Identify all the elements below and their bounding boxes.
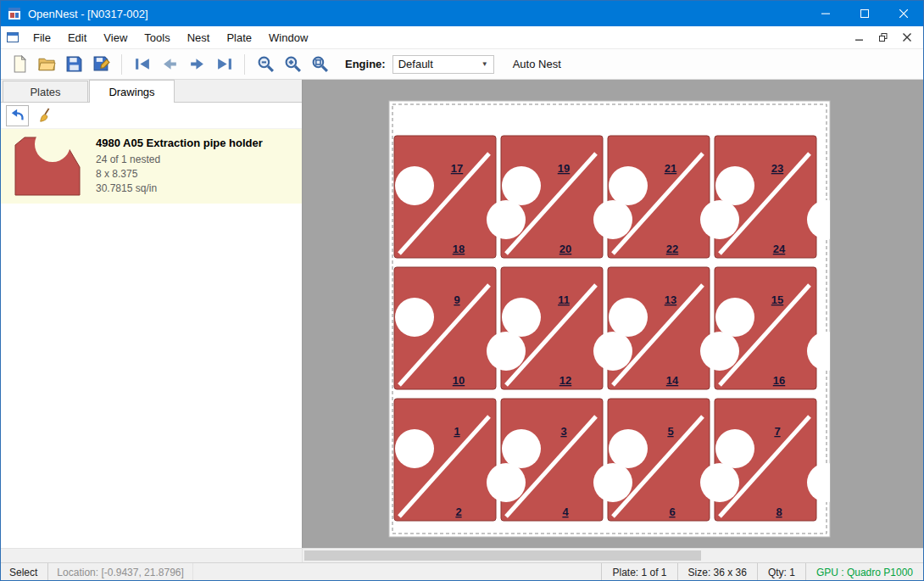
nav-prev-icon: [161, 55, 179, 73]
clean-button[interactable]: [34, 105, 57, 126]
app-icon: [8, 7, 21, 20]
tab-drawings[interactable]: Drawings: [89, 80, 175, 103]
part-number[interactable]: 20: [559, 243, 571, 255]
part-number[interactable]: 12: [559, 374, 571, 387]
part-notch: [715, 166, 754, 205]
part-number[interactable]: 9: [454, 293, 459, 306]
part-number[interactable]: 5: [667, 425, 673, 438]
nav-last-icon: [215, 55, 233, 73]
part-notch: [715, 429, 754, 468]
zoom-out-button[interactable]: [252, 52, 279, 77]
part-number[interactable]: 8: [776, 506, 782, 518]
import-button[interactable]: [6, 105, 29, 126]
minimize-button[interactable]: [806, 1, 845, 26]
part-number[interactable]: 3: [560, 425, 566, 438]
part-number[interactable]: 21: [665, 162, 676, 175]
part-number[interactable]: 16: [773, 374, 785, 387]
nav-last-button[interactable]: [210, 52, 237, 77]
mdi-close-button[interactable]: [896, 29, 918, 46]
part-notch: [395, 166, 434, 205]
part-notch: [395, 298, 434, 337]
part-notch: [593, 463, 632, 502]
part-number[interactable]: 13: [665, 293, 676, 306]
nav-next-button[interactable]: [183, 52, 210, 77]
part-number[interactable]: 17: [451, 162, 463, 175]
mdi-close-icon: [903, 33, 911, 42]
part-number[interactable]: 15: [771, 293, 783, 306]
part-number[interactable]: 6: [669, 506, 675, 518]
part-number[interactable]: 7: [774, 425, 780, 438]
opennest-window: OpenNest - [N0317-002] FileEditViewTools…: [0, 0, 924, 581]
nest-canvas[interactable]: 171819202122232491011121314151612345678: [303, 80, 923, 548]
menu-plate[interactable]: Plate: [218, 26, 260, 49]
maximize-button[interactable]: [845, 1, 884, 26]
part-number[interactable]: 1: [454, 425, 459, 438]
statusbar: Select Location: [-0.9437, 21.8796] Plat…: [1, 562, 923, 581]
save-edit-button[interactable]: [87, 52, 114, 77]
status-cell: GPU : Quadro P1000: [805, 563, 923, 581]
zoom-in-icon: [284, 55, 302, 73]
mdi-restore-button[interactable]: [872, 29, 894, 46]
open-folder-button[interactable]: [33, 52, 60, 77]
minimize-icon: [821, 9, 830, 18]
part-notch: [807, 200, 846, 239]
save-button[interactable]: [60, 52, 87, 77]
toolbar-separator: [244, 54, 245, 75]
engine-select[interactable]: Default ▼: [392, 55, 494, 74]
part-notch: [807, 332, 846, 371]
mdi-document-icon: [6, 31, 19, 44]
hscrollbar[interactable]: [303, 549, 923, 562]
hscroll-row: [1, 548, 923, 562]
drawing-list-item[interactable]: 4980 A05 Extraction pipe holder 24 of 1 …: [1, 129, 302, 204]
part-notch: [715, 298, 754, 337]
drawing-area: 30.7815 sq/in: [96, 182, 263, 196]
part-notch: [700, 463, 739, 502]
part-thumbnail: [8, 135, 89, 198]
menu-tools[interactable]: Tools: [136, 26, 178, 49]
chevron-down-icon: ▼: [481, 60, 488, 68]
menu-edit[interactable]: Edit: [59, 26, 95, 49]
part-notch: [700, 200, 739, 239]
part-number[interactable]: 19: [558, 162, 570, 175]
part-number[interactable]: 10: [453, 374, 465, 387]
part-number[interactable]: 11: [558, 293, 570, 306]
menu-view[interactable]: View: [95, 26, 136, 49]
part-notch: [395, 429, 434, 468]
part-number[interactable]: 14: [666, 374, 679, 387]
nav-first-icon: [134, 55, 152, 73]
part-number[interactable]: 4: [562, 506, 569, 518]
part-number[interactable]: 23: [771, 162, 783, 175]
part-notch: [502, 429, 541, 468]
menu-nest[interactable]: Nest: [179, 26, 219, 49]
menu-file[interactable]: File: [25, 26, 59, 49]
status-cell: Plate: 1 of 1: [601, 563, 676, 581]
file-button-group: [6, 52, 114, 77]
auto-nest-button[interactable]: Auto Nest: [508, 58, 566, 70]
menu-window[interactable]: Window: [260, 26, 316, 49]
new-file-button[interactable]: [6, 52, 33, 77]
zoom-fit-button[interactable]: [306, 52, 333, 77]
drawing-nested-count: 24 of 1 nested: [96, 153, 263, 167]
tab-plates[interactable]: Plates: [3, 81, 88, 102]
caption-buttons: [806, 1, 923, 26]
hscrollbar-thumb[interactable]: [304, 550, 701, 561]
part-notch: [487, 200, 526, 239]
import-icon: [10, 108, 25, 123]
nav-prev-button[interactable]: [156, 52, 183, 77]
mdi-window-buttons: [849, 29, 920, 46]
part-number[interactable]: 2: [455, 506, 461, 518]
part-number[interactable]: 18: [453, 243, 465, 255]
menu-items: FileEditViewToolsNestPlateWindow: [25, 26, 316, 49]
save-edit-icon: [92, 55, 110, 73]
part-number[interactable]: 22: [666, 243, 678, 255]
part-number[interactable]: 24: [773, 243, 786, 255]
close-button[interactable]: [884, 1, 923, 26]
part-notch: [487, 463, 526, 502]
save-icon: [65, 55, 83, 73]
status-cell: Size: 36 x 36: [677, 563, 757, 581]
mdi-minimize-button[interactable]: [849, 29, 871, 46]
part-notch: [487, 332, 526, 371]
status-right-cells: Plate: 1 of 1Size: 36 x 36Qty: 1GPU : Qu…: [601, 563, 923, 581]
nav-first-button[interactable]: [129, 52, 156, 77]
zoom-in-button[interactable]: [279, 52, 306, 77]
